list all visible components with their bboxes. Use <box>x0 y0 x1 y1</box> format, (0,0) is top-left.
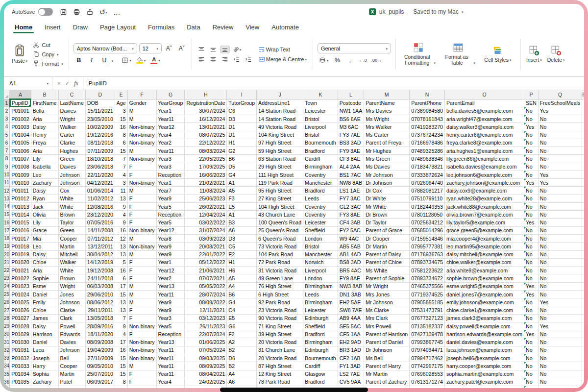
cell-P37[interactable]: No <box>524 386 539 388</box>
cell-H14[interactable]: 26/02/2021 <box>185 202 227 210</box>
cell-G21[interactable]: Year1 <box>156 258 185 266</box>
cell-R31[interactable] <box>582 338 584 346</box>
cell-O26[interactable]: emily.johnson@example.com <box>445 298 524 306</box>
cell-L20[interactable]: AB1 4AD <box>338 250 364 258</box>
cell-R2[interactable] <box>582 107 584 115</box>
cell-O22[interactable]: aria.white9@example.com <box>445 267 524 274</box>
cell-E13[interactable]: 13 <box>115 195 127 202</box>
cell-M16[interactable]: Dr Taylor <box>364 219 410 226</box>
cell-P18[interactable]: No <box>524 235 539 243</box>
cell-D5[interactable]: 19/12/2016 <box>85 131 115 139</box>
cell-R33[interactable] <box>582 354 584 362</box>
cell-C34[interactable]: Cooper <box>58 362 85 370</box>
cell-F3[interactable]: M <box>127 115 156 123</box>
cell-I14[interactable]: E5 <box>227 202 257 210</box>
cell-P33[interactable]: No <box>524 354 539 362</box>
cell-L11[interactable]: NW8 8AB <box>338 179 364 187</box>
cell-L35[interactable]: LS2 7AE <box>338 370 364 378</box>
column-header-N[interactable]: N <box>410 90 445 99</box>
name-box[interactable]: A1 <box>4 77 52 90</box>
cell-I34[interactable]: B2 <box>227 362 257 370</box>
cell-L27[interactable]: SW8 7AE <box>338 306 364 314</box>
cell-H21[interactable]: 05/12/2022 <box>185 258 227 266</box>
row-header-26[interactable]: 26 <box>4 298 10 306</box>
cell-Q15[interactable]: No <box>538 211 582 219</box>
cell-R10[interactable] <box>582 171 584 178</box>
more-options-icon[interactable]: … <box>113 8 121 16</box>
cell-Q5[interactable]: No <box>538 131 582 139</box>
cell-B19[interactable]: Leo <box>31 243 58 250</box>
cell-E14[interactable]: 9 <box>115 202 127 210</box>
cell-M32[interactable]: Dr Johnson <box>364 346 410 354</box>
cell-R7[interactable] <box>582 147 584 155</box>
number-format-select[interactable]: General <box>318 43 391 53</box>
cell-E35[interactable]: 15 <box>115 370 127 378</box>
cell-O20[interactable]: daisy.mitchell@example.com <box>445 250 524 258</box>
cell-N2[interactable]: 07389084580 <box>410 107 445 115</box>
cell-K33[interactable]: Bournemouth <box>303 354 338 362</box>
cell-L24[interactable]: NW3 8AB <box>338 282 364 290</box>
cell-I8[interactable]: B6 <box>227 155 257 163</box>
cell-I25[interactable]: B6 <box>227 290 257 298</box>
cell-C20[interactable]: Mitchell <box>58 250 85 258</box>
cell-C33[interactable]: Bell <box>58 354 85 362</box>
cell-M35[interactable]: Mr Martin <box>364 370 410 378</box>
cell-L25[interactable]: DN1 3AB <box>338 290 364 298</box>
cell-O25[interactable]: daniel.jones7@example.com <box>445 290 524 298</box>
row-header-22[interactable]: 22 <box>4 267 10 274</box>
cell-F18[interactable]: M <box>127 235 156 243</box>
cell-L17[interactable]: FY2 5AC <box>338 226 364 234</box>
font-name-select[interactable]: Aptos Narrow (Bod... <box>74 43 137 53</box>
cell-D18[interactable]: 07/11/2012 <box>85 235 115 243</box>
cell-N10[interactable]: 07333872624 <box>410 171 445 178</box>
paste-button[interactable]: Paste <box>11 43 28 65</box>
row-header-23[interactable]: 23 <box>4 274 10 282</box>
cell-A11[interactable]: P01010 <box>10 179 31 187</box>
cell-E33[interactable]: 15 <box>115 354 127 362</box>
cell-O4[interactable]: daisy.walker3@example.com <box>445 123 524 131</box>
insert-cells-button[interactable]: Insert <box>525 44 543 64</box>
cell-N16[interactable]: 07025634212 <box>410 219 445 226</box>
cell-G2[interactable]: Year1 <box>156 107 185 115</box>
cell-L16[interactable]: CF4 3AB <box>338 219 364 226</box>
cell-J8[interactable]: 63 Station Road <box>257 155 303 163</box>
cell-H23[interactable]: 07/07/2021 <box>185 274 227 282</box>
cell-D13[interactable]: 11/02/2012 <box>85 195 115 202</box>
cell-A12[interactable]: P01011 <box>10 187 31 195</box>
cell-G25[interactable]: Year11 <box>156 290 185 298</box>
cell-A20[interactable]: P01019 <box>10 250 31 258</box>
cell-F27[interactable]: F <box>127 306 156 314</box>
row-header-25[interactable]: 25 <box>4 290 10 298</box>
cell-N3[interactable]: 07078161843 <box>410 115 445 123</box>
cell-L6[interactable]: BS3 3AD <box>338 139 364 147</box>
cell-C22[interactable]: White <box>58 267 85 274</box>
cell-I1[interactable]: TutorGroup <box>227 99 257 107</box>
increase-decimal-button[interactable]: ←.0 <box>357 55 368 65</box>
cell-Q7[interactable]: No <box>538 147 582 155</box>
decrease-decimal-button[interactable]: .00→ <box>370 55 383 65</box>
share-icon[interactable] <box>86 8 94 16</box>
cell-K14[interactable]: Coventry <box>303 202 338 210</box>
cell-F29[interactable]: Non-binary <box>127 322 156 330</box>
cell-G18[interactable]: Year8 <box>156 235 185 243</box>
cell-C37[interactable]: White <box>58 386 85 388</box>
cell-K16[interactable]: Leicester <box>303 219 338 226</box>
increase-font-size-button[interactable]: Aˆ <box>164 44 174 53</box>
cell-G1[interactable]: YearGroup <box>156 99 185 107</box>
cell-K3[interactable]: Bristol <box>303 115 338 123</box>
cell-J33[interactable]: 20 Victoria Road <box>257 354 303 362</box>
cell-Q31[interactable]: No <box>538 338 582 346</box>
cell-J18[interactable]: 6 Queen's Road <box>257 235 303 243</box>
underline-button[interactable]: U <box>99 55 110 65</box>
align-left-button[interactable] <box>196 55 206 63</box>
cell-P25[interactable]: Yes <box>524 290 539 298</box>
cell-R1[interactable] <box>582 99 584 107</box>
cell-A36[interactable]: P01035 <box>10 378 31 386</box>
cell-E15[interactable]: 4 <box>115 211 127 219</box>
cell-I20[interactable]: E2 <box>227 250 257 258</box>
cell-M2[interactable]: Mrs Davies <box>364 107 410 115</box>
cell-R19[interactable] <box>582 243 584 250</box>
cell-I17[interactable]: A6 <box>227 226 257 234</box>
cell-O32[interactable]: luca.johnson@example.com <box>445 346 524 354</box>
cell-H33[interactable]: 09/03/2025 <box>185 354 227 362</box>
